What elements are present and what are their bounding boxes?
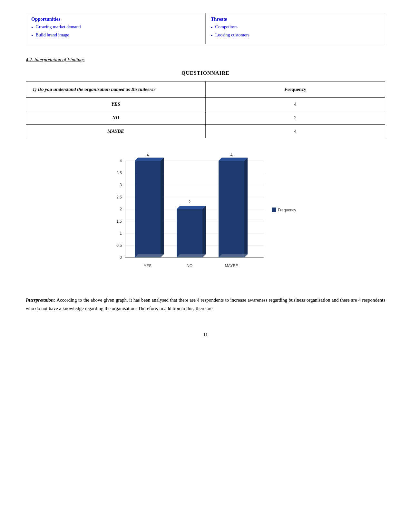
y-label-3: 3: [120, 183, 122, 187]
x-label-maybe: MAYBE: [225, 264, 238, 268]
section-heading: 4.2. Interpretation of Findings: [26, 57, 385, 63]
y-label-2: 2: [120, 207, 122, 211]
threat-item-2: Loosing customers: [211, 33, 380, 39]
y-label-0.5: 0.5: [116, 243, 122, 248]
opportunity-item-1: Growing market demand: [31, 24, 200, 31]
bar-no-label: 2: [188, 200, 191, 204]
interpretation-text: According to the above given graph, it h…: [26, 297, 385, 311]
bar-maybe-shadow: [219, 254, 248, 257]
chart-container: 0 0.5 1 1.5 2 2.5 3 3.5 4 4 2 4: [106, 151, 306, 286]
questionnaire-title: QUESTIONNAIRE: [26, 70, 385, 76]
threats-list: Competitors Loosing customers: [211, 24, 380, 39]
y-label-0: 0: [120, 255, 122, 260]
bar-yes: [135, 161, 161, 257]
threat-item-1: Competitors: [211, 24, 380, 31]
bar-yes-right: [161, 158, 164, 257]
y-label-4: 4: [120, 159, 122, 163]
bar-yes-label: 4: [146, 153, 149, 157]
interpretation-label: Interpretation:: [26, 297, 55, 303]
y-label-1: 1: [120, 231, 122, 236]
interpretation-paragraph: Interpretation: According to the above g…: [26, 296, 385, 313]
bar-yes-top: [135, 158, 164, 161]
table-row-maybe: MAYBE 4: [26, 125, 385, 138]
table-row-no: NO 2: [26, 111, 385, 125]
bar-maybe: [219, 161, 244, 257]
bar-no-top: [177, 206, 206, 209]
bar-maybe-right: [244, 158, 248, 257]
question-text: 1) Do you understand the organisation na…: [33, 87, 199, 92]
x-label-yes: YES: [143, 264, 151, 268]
bar-chart: 0 0.5 1 1.5 2 2.5 3 3.5 4 4 2 4: [106, 151, 306, 286]
y-label-2.5: 2.5: [116, 195, 122, 199]
legend-rect: [272, 208, 276, 212]
bar-no-right: [202, 206, 206, 257]
swot-table: Opportunities Growing market demand Buil…: [26, 13, 385, 44]
bar-no: [177, 209, 202, 257]
table-row-yes: YES 4: [26, 98, 385, 111]
opportunities-list: Growing market demand Build brand image: [31, 24, 200, 39]
bar-maybe-top: [219, 158, 248, 161]
bar-maybe-label: 4: [230, 153, 232, 157]
questionnaire-table: 1) Do you understand the organisation na…: [26, 81, 385, 138]
opportunities-header: Opportunities: [31, 16, 200, 22]
y-label-1.5: 1.5: [116, 219, 122, 224]
frequency-header: Frequency: [206, 82, 385, 98]
bar-yes-shadow: [135, 254, 164, 257]
threats-header: Threats: [211, 16, 380, 22]
bar-no-shadow: [177, 254, 206, 257]
page-number: 11: [26, 332, 385, 337]
x-label-no: NO: [187, 264, 192, 268]
legend-label: Frequency: [278, 208, 296, 212]
opportunity-item-2: Build brand image: [31, 33, 200, 39]
y-label-3.5: 3.5: [116, 171, 122, 175]
